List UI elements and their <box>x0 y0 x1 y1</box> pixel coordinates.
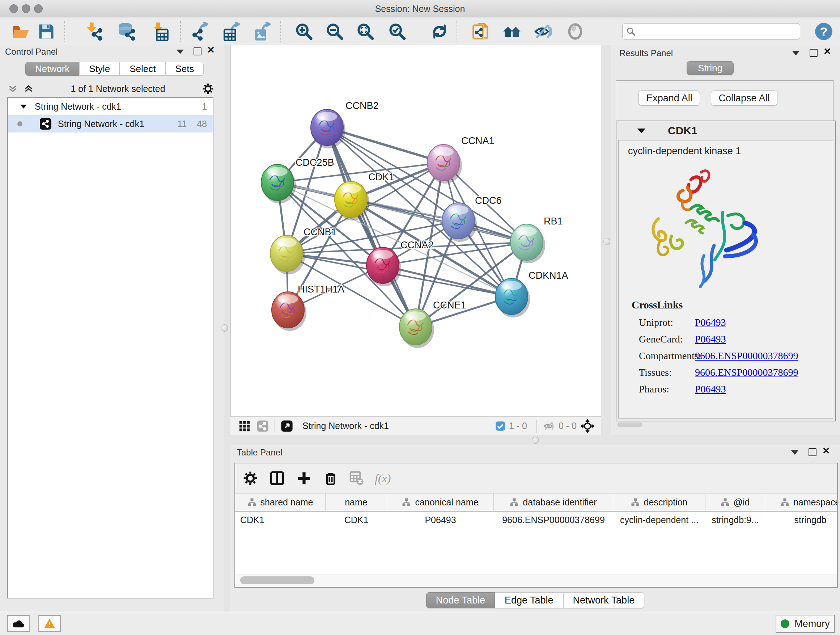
table-hscrollbar-thumb[interactable] <box>240 576 314 584</box>
cell--id[interactable]: stringdb:9... <box>706 515 765 525</box>
zoom-selected-icon[interactable] <box>388 22 407 41</box>
network-collection-row[interactable]: String Network - cdk1 1 <box>8 98 213 115</box>
bottom-splitter-handle[interactable] <box>532 437 539 444</box>
cell-name[interactable]: CDK1 <box>325 515 387 525</box>
column-header-name[interactable]: name <box>325 494 387 511</box>
close-panel-icon[interactable]: ✕ <box>823 48 831 55</box>
add-column-icon[interactable] <box>296 470 312 486</box>
tab-network[interactable]: Network <box>25 62 79 76</box>
node-CDC25B[interactable] <box>261 165 296 203</box>
collection-expand-icon[interactable] <box>20 105 27 109</box>
crosslink-link[interactable]: P06493 <box>695 317 726 328</box>
tab-network-table[interactable]: Network Table <box>563 592 645 608</box>
crosslink-link[interactable]: 9606.ENSP00000378699 <box>695 350 798 362</box>
toolbar-separator <box>456 21 457 42</box>
delete-column-icon[interactable] <box>323 470 339 486</box>
node-CDKN1A[interactable] <box>495 279 530 318</box>
warning-button[interactable] <box>38 615 61 632</box>
hide-selected-icon[interactable] <box>533 22 552 41</box>
float-panel-icon[interactable] <box>810 49 818 57</box>
close-panel-icon[interactable]: ✕ <box>822 448 830 454</box>
crosslink-link[interactable]: 9606.ENSP00000378699 <box>695 367 798 378</box>
fit-selected-crosshair-icon[interactable] <box>580 419 595 433</box>
panel-menu-icon[interactable] <box>177 50 184 54</box>
column-header-description[interactable]: description <box>613 494 706 511</box>
selected-checkbox-icon[interactable] <box>495 421 505 431</box>
new-network-from-selection-icon[interactable] <box>472 22 491 41</box>
cell-database-identifier[interactable]: 9606.ENSP00000378699 <box>494 515 613 525</box>
results-scrollbar-thumb[interactable] <box>617 423 643 427</box>
detach-view-icon[interactable] <box>281 420 293 432</box>
close-panel-icon[interactable]: ✕ <box>207 47 215 53</box>
export-network-icon[interactable] <box>191 22 210 41</box>
column-header--id[interactable]: @id <box>706 494 765 511</box>
node-HIST1H1A[interactable] <box>272 292 306 331</box>
tab-style[interactable]: Style <box>79 62 120 76</box>
tab-sets[interactable]: Sets <box>165 62 204 76</box>
cloud-button[interactable] <box>7 615 30 632</box>
crosslink-link[interactable]: P06493 <box>695 383 726 395</box>
tab-node-table[interactable]: Node Table <box>426 592 495 608</box>
float-panel-icon[interactable] <box>194 48 202 55</box>
grid-view-icon[interactable] <box>238 420 251 432</box>
node-RB1[interactable] <box>510 224 545 263</box>
network-row[interactable]: String Network - cdk1 11 48 <box>8 115 213 133</box>
cell-shared-name[interactable]: CDK1 <box>235 515 325 525</box>
node-section-header[interactable]: CDK1 <box>616 121 835 140</box>
node-CCNA1[interactable] <box>427 144 462 184</box>
search-input[interactable] <box>638 24 796 38</box>
node-CCNE1[interactable] <box>399 309 434 348</box>
memory-button[interactable]: Memory <box>775 615 835 633</box>
crosslink-link[interactable]: P06493 <box>695 333 726 345</box>
column-header-shared-name[interactable]: shared name <box>235 494 325 511</box>
tab-string[interactable]: String <box>687 61 734 75</box>
function-builder-icon[interactable]: f(x) <box>375 472 391 485</box>
open-folder-icon[interactable] <box>11 22 30 41</box>
import-database-icon[interactable] <box>118 22 136 41</box>
table-row[interactable]: CDK1CDK1P064939606.ENSP00000378699cyclin… <box>235 511 837 528</box>
cell-canonical-name[interactable]: P06493 <box>387 515 494 525</box>
column-header-namespace[interactable]: namespace <box>765 494 837 511</box>
zoom-out-icon[interactable] <box>325 22 344 41</box>
left-splitter-handle[interactable] <box>221 325 228 332</box>
float-panel-icon[interactable] <box>808 448 816 456</box>
export-table-icon[interactable] <box>223 22 241 41</box>
tab-select[interactable]: Select <box>120 62 165 76</box>
expand-all-button[interactable]: Expand All <box>638 90 700 106</box>
collapse-section-icon[interactable] <box>638 128 645 133</box>
panel-menu-icon[interactable] <box>792 51 799 55</box>
hidden-eye-icon[interactable] <box>543 420 555 432</box>
node-CDC6[interactable] <box>442 203 477 242</box>
help-icon[interactable]: ? <box>814 22 833 41</box>
string-view-icon[interactable] <box>256 420 269 432</box>
tab-edge-table[interactable]: Edge Table <box>495 592 563 608</box>
collapse-all-button[interactable]: Collapse All <box>711 90 777 106</box>
network-canvas[interactable]: CCNB2CCNA1CDC25BCDK1CDC6RB1CCNB1CCNA2CDK… <box>231 45 601 416</box>
show-all-icon[interactable] <box>566 22 584 41</box>
table-hscrollbar[interactable] <box>235 575 837 586</box>
delete-table-icon[interactable] <box>349 471 364 486</box>
zoom-fit-icon[interactable] <box>356 22 375 41</box>
gear-icon[interactable] <box>202 82 214 95</box>
export-image-icon[interactable] <box>253 22 272 41</box>
zoom-in-icon[interactable] <box>294 22 313 41</box>
right-splitter-handle[interactable] <box>603 238 610 245</box>
node-CDK1[interactable] <box>335 181 369 220</box>
import-network-icon[interactable] <box>85 22 104 41</box>
node-CCNB2[interactable] <box>311 109 346 149</box>
cell-namespace[interactable]: stringdb <box>765 515 837 525</box>
first-neighbors-icon[interactable] <box>502 22 521 41</box>
expand-all-icon[interactable] <box>23 83 34 94</box>
column-header-database-identifier[interactable]: database identifier <box>494 494 613 511</box>
collapse-all-icon[interactable] <box>7 83 18 94</box>
save-icon[interactable] <box>37 22 56 41</box>
table-settings-gear-icon[interactable] <box>242 470 258 486</box>
search-box[interactable] <box>622 23 800 40</box>
cell-description[interactable]: cyclin-dependent ... <box>613 515 706 525</box>
import-table-icon[interactable] <box>150 22 169 41</box>
panel-menu-icon[interactable] <box>791 450 798 455</box>
refresh-icon[interactable] <box>430 22 449 41</box>
show-columns-icon[interactable] <box>269 470 285 486</box>
column-header-canonical-name[interactable]: canonical name <box>387 494 494 511</box>
edge-CCNB2-CCNE1[interactable] <box>327 127 416 327</box>
